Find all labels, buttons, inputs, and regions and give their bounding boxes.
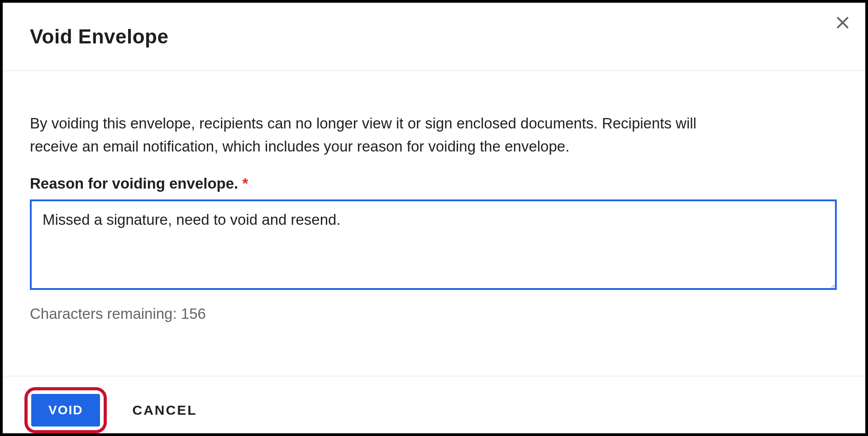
cancel-button[interactable]: CANCEL (128, 393, 201, 427)
void-description: By voiding this envelope, recipients can… (30, 112, 700, 158)
dialog-title: Void Envelope (30, 25, 838, 48)
void-reason-input[interactable] (30, 199, 837, 290)
dialog-body: By voiding this envelope, recipients can… (3, 71, 865, 376)
dialog-footer: VOID CANCEL (3, 376, 865, 433)
close-icon[interactable] (834, 14, 852, 32)
required-asterisk: * (242, 175, 248, 192)
void-button[interactable]: VOID (31, 394, 100, 427)
characters-remaining: Characters remaining: 156 (30, 305, 838, 322)
void-envelope-dialog: Void Envelope By voiding this envelope, … (0, 0, 868, 436)
reason-label: Reason for voiding envelope. * (30, 175, 838, 192)
reason-label-text: Reason for voiding envelope. (30, 175, 242, 192)
dialog-header: Void Envelope (3, 3, 865, 71)
void-button-highlight: VOID (24, 387, 107, 433)
